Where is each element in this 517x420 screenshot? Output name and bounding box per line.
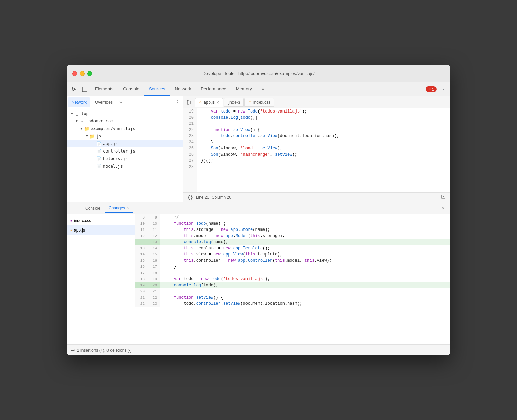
tab-console[interactable]: Console (118, 82, 144, 96)
code-line: $on(window, 'load', setView); (201, 145, 446, 152)
diff-content (160, 270, 166, 276)
tree-item-top[interactable]: ▼ □ top (67, 110, 183, 117)
css-file-icon: ▪ (70, 218, 72, 223)
cloud-icon: ☁ (79, 118, 85, 124)
old-line-num: 10 (135, 221, 148, 227)
status-bar-right[interactable] (441, 194, 446, 200)
tab-more[interactable]: » (257, 82, 269, 96)
panel-menu-button[interactable]: ⋮ (173, 98, 181, 106)
tree-item-todomvc[interactable]: ▼ ☁ todomvc.com (67, 117, 183, 125)
code-tab-index[interactable]: (index) (224, 98, 244, 107)
settings-icon[interactable]: ⋮ (438, 84, 449, 95)
change-file-label: app.js (74, 228, 85, 233)
folder-icon: □ (74, 111, 80, 116)
line-num: 25 (183, 145, 197, 152)
old-line-num: 13 (135, 245, 148, 251)
error-badge[interactable]: ✕ 1 (426, 86, 437, 92)
old-line-num: 9 (135, 214, 148, 221)
code-panel: ⚠ app.js × (index) ⚠ index.css (183, 96, 450, 202)
diff-line: 15 16 this.controller = new app.Controll… (135, 258, 450, 264)
tree-label-top: top (81, 111, 89, 116)
new-line-num: 9 (148, 214, 160, 221)
svg-rect-0 (82, 87, 87, 92)
old-line-num (135, 239, 148, 245)
sources-panel: Network Overrides » ⋮ ▼ □ top (67, 96, 450, 202)
code-content[interactable]: var todo = new Todo('todos-vanillajs'); … (197, 108, 450, 192)
diff-content: this.view = new app.View(this.template); (160, 251, 282, 258)
bottom-panel-header: ⋮ Console Changes × × (67, 202, 450, 214)
minimize-button[interactable] (80, 71, 85, 76)
changes-close-icon[interactable]: × (126, 205, 129, 210)
old-line-num: 21 (135, 294, 148, 301)
code-line: function setView() { (201, 127, 446, 133)
devtools-window: Developer Tools - http://todomvc.com/exa… (67, 65, 450, 355)
diff-content: todo.controller.setView(document.locatio… (160, 301, 302, 307)
change-file-appjs[interactable]: ▪ app.js (67, 225, 135, 235)
diff-content: function setView() { (160, 294, 223, 301)
old-line-num: 15 (135, 258, 148, 264)
file-tree-panel: Network Overrides » ⋮ ▼ □ top (67, 96, 183, 202)
status-text: Line 20, Column 20 (196, 195, 231, 200)
tree-item-controllerjs[interactable]: ▶ 📄 controller.js (67, 147, 183, 155)
dock-icon[interactable] (79, 84, 90, 95)
diff-content: this.model = new app.Model(this.storage)… (160, 233, 285, 239)
change-file-label: index.css (74, 218, 91, 223)
undo-icon[interactable]: ↩ (71, 347, 75, 353)
tree-item-examples[interactable]: ▼ 📁 examples/vanillajs (67, 125, 183, 132)
tab-performance[interactable]: Performance (196, 82, 231, 96)
close-tab-icon[interactable]: × (216, 100, 219, 105)
tab-elements[interactable]: Elements (90, 82, 118, 96)
diff-content: } (160, 264, 176, 270)
new-line-num: 16 (148, 258, 160, 264)
tree-item-helpersjs[interactable]: ▶ 📄 helpers.js (67, 155, 183, 162)
tree-item-appjs[interactable]: ▶ 📄 app.js (67, 140, 183, 147)
code-tabs: ⚠ app.js × (index) ⚠ index.css (183, 96, 450, 108)
toggle-button[interactable] (185, 98, 194, 107)
panel-tab-overrides[interactable]: Overrides (91, 97, 116, 107)
tab-network[interactable]: Network (170, 82, 196, 96)
new-line-num: 15 (148, 251, 160, 258)
tab-memory[interactable]: Memory (231, 82, 257, 96)
old-line-num: 17 (135, 270, 148, 276)
diff-content (160, 288, 166, 294)
bottom-tab-console[interactable]: Console (82, 204, 104, 213)
new-line-num: 10 (148, 221, 160, 227)
code-tab-appjs[interactable]: ⚠ app.js × (195, 98, 223, 107)
diff-content: */ (160, 214, 179, 221)
diff-line: 14 15 this.view = new app.View(this.temp… (135, 251, 450, 258)
warn-icon: ⚠ (248, 100, 252, 104)
close-button[interactable] (72, 71, 77, 76)
diff-content: console.log(todo); (160, 282, 218, 288)
tree-item-modeljs[interactable]: ▶ 📄 model.js (67, 162, 183, 170)
tree-label-controllerjs: controller.js (103, 149, 135, 154)
change-file-indexcss[interactable]: ▪ index.css (67, 216, 135, 225)
old-line-num: 14 (135, 251, 148, 258)
line-num: 19 (183, 108, 197, 115)
svg-rect-2 (187, 100, 189, 104)
js-file-icon: ▪ (70, 227, 72, 233)
code-tab-indexcss[interactable]: ⚠ index.css (244, 98, 274, 107)
code-line: todo.controller.setView(document.locatio… (201, 133, 446, 139)
code-line: console.log(todo);| (201, 115, 446, 121)
old-line-num: 16 (135, 264, 148, 270)
title-bar: Developer Tools - http://todomvc.com/exa… (67, 65, 450, 82)
new-line-num: 13 (148, 239, 160, 245)
cursor-icon[interactable] (68, 84, 79, 95)
close-bottom-panel-button[interactable]: × (439, 204, 447, 212)
tree-item-js[interactable]: ▼ 📁 js (67, 132, 183, 140)
format-icon[interactable]: {} (187, 195, 193, 200)
old-line-num: 22 (135, 301, 148, 307)
tab-sources[interactable]: Sources (144, 82, 170, 96)
old-line-num: 18 (135, 276, 148, 282)
panel-tab-more[interactable]: » (117, 99, 124, 105)
file-tree: ▼ □ top ▼ ☁ todomvc.com ▼ 📁 examples/ (67, 108, 183, 202)
line-numbers: 19 20 21 22 23 24 25 26 27 28 (183, 108, 197, 192)
maximize-button[interactable] (87, 71, 92, 76)
warn-icon: ⚠ (199, 100, 202, 104)
tree-label-todomvc: todomvc.com (86, 119, 113, 123)
bottom-menu-icon[interactable]: ⋮ (70, 203, 80, 214)
new-line-num: 11 (148, 227, 160, 233)
panel-tab-network[interactable]: Network (68, 97, 90, 107)
diff-line: 9 9 */ (135, 214, 450, 221)
bottom-tab-changes[interactable]: Changes × (105, 204, 133, 213)
